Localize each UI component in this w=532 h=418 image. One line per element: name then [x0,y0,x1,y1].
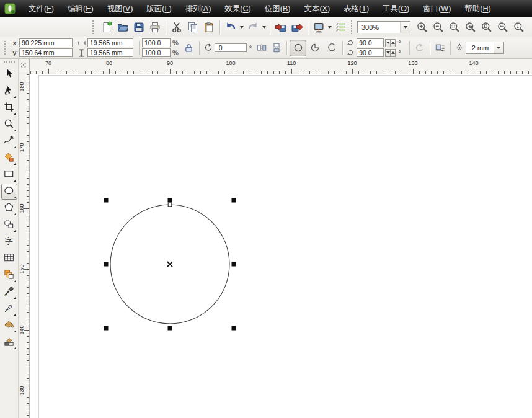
menu-item-4[interactable]: 版面(L) [140,0,178,17]
freehand-tool[interactable] [1,133,17,149]
ruler-origin-corner[interactable] [19,59,30,74]
zoom-all-button[interactable] [463,19,479,35]
vertical-ruler[interactable]: 180170160150140130 [19,74,30,418]
lock-ratio-button[interactable] [182,40,197,55]
new-document-button[interactable] [99,19,115,35]
zoom-selected-button[interactable] [446,19,463,35]
outline-pen-tool[interactable] [1,301,17,317]
ruler-tick [152,71,153,74]
object-height-field[interactable]: 19.565 mm [87,48,133,57]
open-button[interactable] [115,19,131,35]
horizontal-ruler[interactable]: 708090100110120130140 [30,59,532,74]
interactive-fill-tool[interactable] [1,334,17,350]
selection-handle[interactable] [104,262,109,267]
ruler-tick [27,154,29,154]
ellipse-mode-button[interactable] [290,40,306,56]
ruler-tick [27,367,29,367]
fill-tool[interactable] [1,318,17,334]
menu-item-9[interactable]: 表格(T) [337,0,376,17]
polygon-tool[interactable] [1,200,17,216]
cut-button[interactable] [169,19,185,35]
menu-item-11[interactable]: 窗口(W) [416,0,458,17]
zoom-page-button[interactable] [479,19,495,35]
selection-handle[interactable] [104,326,109,331]
wrap-text-button[interactable] [433,40,448,55]
menu-item-10[interactable]: 工具(O) [376,0,416,17]
print-button[interactable] [147,19,163,35]
ruler-tick [27,409,29,409]
selection-handle[interactable] [232,326,236,331]
zoom-height-button[interactable] [511,19,527,35]
pick-tool[interactable] [1,66,17,82]
rectangle-tool[interactable] [1,167,17,183]
save-button[interactable] [131,19,147,35]
zoom-tool[interactable] [1,117,17,133]
pie-mode-button[interactable] [306,40,323,56]
selection-handle[interactable] [232,262,236,267]
center-marker[interactable] [167,262,172,267]
dropdown-arrow-icon[interactable] [494,42,503,53]
blend-tool[interactable] [1,267,17,283]
end-angle-spinner[interactable] [385,49,396,57]
object-width-field[interactable]: 19.565 mm [87,38,133,47]
shape-tool[interactable] [1,83,17,99]
paste-button[interactable] [201,19,217,35]
zoom-out-button[interactable] [430,19,446,35]
redo-dropdown[interactable] [261,19,267,35]
app-launcher-dropdown[interactable] [327,19,333,35]
crop-tool[interactable] [1,100,17,116]
pick-tool-icon [3,68,15,82]
export-button[interactable] [289,19,305,35]
zoom-in-button[interactable] [414,19,430,35]
ellipse-node[interactable] [168,203,172,207]
rotation-angle-field[interactable]: .0 [215,43,247,52]
mirror-vertical-button[interactable] [269,40,284,55]
copy-button[interactable] [185,19,201,35]
smart-fill-tool[interactable] [1,150,17,166]
percent-label: % [172,39,179,47]
eyedropper-tool[interactable] [1,284,17,300]
selection-handle[interactable] [168,198,172,203]
selection-handle[interactable] [104,198,109,203]
dropdown-arrow-icon[interactable] [400,22,410,33]
menu-item-12[interactable]: 帮助(H) [458,0,497,17]
ruler-tick [255,71,255,74]
menu-item-5[interactable]: 排列(A) [179,0,218,17]
ruler-tick [27,275,29,276]
menu-item-6[interactable]: 效果(C) [218,0,257,17]
menu-item-8[interactable]: 文本(X) [297,0,337,17]
mirror-horizontal-button[interactable] [254,40,269,55]
ruler-label: 70 [42,60,55,66]
scale-horizontal-field[interactable]: 100.0 [142,38,171,47]
y-position-field[interactable]: 150.64 mm [19,48,73,57]
lock-icon [184,43,194,53]
import-button[interactable] [273,19,289,35]
x-position-field[interactable]: 90.225 mm [19,38,73,47]
outline-width-combo[interactable]: .2 mm [466,42,504,54]
ruler-tick [27,105,29,105]
snap-options-button[interactable] [333,19,349,35]
basic-shapes-tool[interactable] [1,217,17,233]
zoom-width-button[interactable] [495,19,511,35]
ruler-tick [431,71,432,74]
table-tool[interactable] [1,251,17,267]
scale-vertical-field[interactable]: 100.0 [142,48,171,57]
app-launcher-button[interactable] [311,19,327,35]
menu-item-3[interactable]: 视图(V) [100,0,140,17]
zoom-level-combo[interactable]: 300% [357,21,410,33]
start-angle-field[interactable]: 90.0 [357,38,384,47]
text-tool[interactable]: 字 [1,234,17,250]
undo-button[interactable] [223,19,239,35]
selection-handle[interactable] [168,326,172,331]
menu-item-2[interactable]: 编辑(E) [61,0,100,17]
undo-dropdown[interactable] [239,19,245,35]
ruler-tick [182,71,183,74]
menu-item-7[interactable]: 位图(B) [258,0,298,17]
drawing-canvas[interactable] [30,74,532,418]
start-angle-spinner[interactable] [385,39,396,47]
menu-item-1[interactable]: 文件(F) [22,0,61,17]
ellipse-tool[interactable] [1,184,17,200]
arc-mode-button[interactable] [323,40,340,56]
selection-handle[interactable] [232,198,236,203]
end-angle-field[interactable]: 90.0 [357,48,384,57]
